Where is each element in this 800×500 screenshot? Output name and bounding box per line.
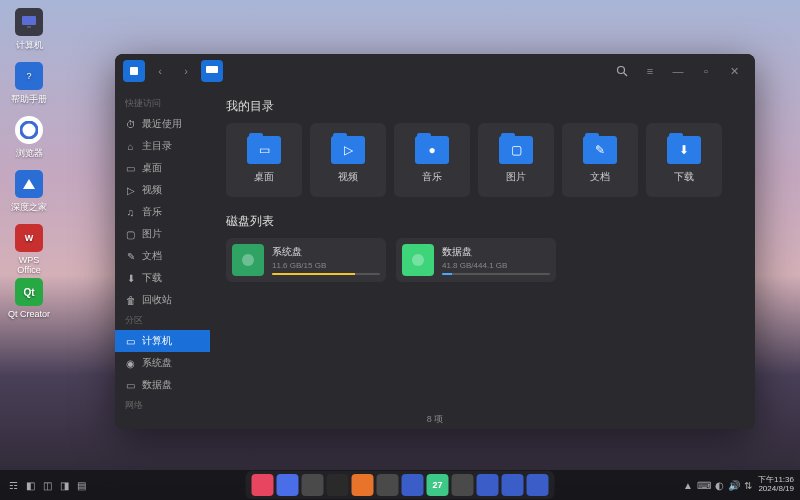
sidebar-item-label: 音乐: [142, 205, 162, 219]
sidebar-item[interactable]: ◉系统盘: [115, 352, 210, 374]
desktop-icon-qt[interactable]: QtQt Creator: [8, 278, 50, 319]
desktop-icon-help[interactable]: ?帮助手册: [8, 62, 50, 106]
tray-icon[interactable]: 🔊: [728, 480, 740, 491]
dock-item[interactable]: [252, 474, 274, 496]
folder-label: 音乐: [422, 170, 442, 184]
desktop-icon-label: Qt Creator: [8, 309, 50, 319]
disk-icon: [232, 244, 264, 276]
sidebar-item-icon: ▭: [125, 163, 136, 174]
app-icon[interactable]: [123, 60, 145, 82]
folder-item[interactable]: ⬇下载: [646, 123, 722, 197]
tray-item[interactable]: ◨: [57, 478, 71, 492]
forward-button[interactable]: ›: [175, 60, 197, 82]
desktop-icon-label: 深度之家: [11, 202, 47, 212]
disk-item[interactable]: 数据盘41.8 GB/444.1 GB: [396, 238, 556, 282]
sidebar-group-header: 快捷访问: [115, 94, 210, 113]
folder-icon: ▢: [499, 136, 533, 164]
desktop-icon-label: 帮助手册: [11, 94, 47, 104]
disk-size: 11.6 GB/15 GB: [272, 261, 380, 270]
sidebar-item[interactable]: ▭数据盘: [115, 374, 210, 396]
folder-item[interactable]: ▢图片: [478, 123, 554, 197]
tray-item[interactable]: ◧: [23, 478, 37, 492]
dock-item[interactable]: [527, 474, 549, 496]
sidebar-item-icon: ♫: [125, 207, 136, 218]
tray-icon[interactable]: ⌨: [697, 480, 711, 491]
tray-item[interactable]: ▤: [74, 478, 88, 492]
sidebar-item-icon: ⬇: [125, 273, 136, 284]
folder-icon: ✎: [583, 136, 617, 164]
tray-item[interactable]: ◫: [40, 478, 54, 492]
svg-rect-0: [22, 16, 36, 25]
sidebar-item-label: 最近使用: [142, 117, 182, 131]
folder-item[interactable]: ▭桌面: [226, 123, 302, 197]
sidebar-item[interactable]: ⌂主目录: [115, 135, 210, 157]
back-button[interactable]: ‹: [149, 60, 171, 82]
desktop-icon-deepin[interactable]: 深度之家: [8, 170, 50, 214]
dock-item[interactable]: [502, 474, 524, 496]
disk-item[interactable]: 系统盘11.6 GB/15 GB: [226, 238, 386, 282]
minimize-button[interactable]: —: [665, 60, 691, 82]
svg-point-2: [21, 122, 37, 138]
dock-item[interactable]: [377, 474, 399, 496]
sidebar-item[interactable]: ▷视频: [115, 179, 210, 201]
menu-icon[interactable]: ≡: [637, 60, 663, 82]
dock-item[interactable]: 27: [427, 474, 449, 496]
my-dirs-title: 我的目录: [226, 98, 739, 115]
sidebar-item-icon: ▭: [125, 336, 136, 347]
sidebar-item-icon: ⏱: [125, 119, 136, 130]
clock[interactable]: 下午11:36 2024/8/19: [758, 476, 794, 494]
desktop-icon-label: WPS Office: [17, 255, 40, 275]
search-icon[interactable]: [609, 60, 635, 82]
desktop-icon-browser[interactable]: 浏览器: [8, 116, 50, 160]
folder-item[interactable]: ▷视频: [310, 123, 386, 197]
sidebar-item[interactable]: ⬇下载: [115, 267, 210, 289]
svg-line-6: [624, 73, 627, 76]
dock-item[interactable]: [327, 474, 349, 496]
svg-rect-4: [206, 66, 218, 73]
sidebar-item[interactable]: ▭计算机: [115, 330, 210, 352]
taskbar: ☶◧◫◨▤ 27 ▲⌨◐🔊⇅ 下午11:36 2024/8/19: [0, 470, 800, 500]
sidebar-item-label: 文档: [142, 249, 162, 263]
sidebar-item[interactable]: ♫音乐: [115, 201, 210, 223]
content-area: 我的目录 ▭桌面▷视频●音乐▢图片✎文档⬇下载 磁盘列表 系统盘11.6 GB/…: [210, 88, 755, 409]
sidebar-group-header: 网络: [115, 396, 210, 409]
tray-icon[interactable]: ◐: [715, 480, 724, 491]
sidebar-item[interactable]: ▭桌面: [115, 157, 210, 179]
maximize-button[interactable]: ▫: [693, 60, 719, 82]
close-button[interactable]: ✕: [721, 60, 747, 82]
dock-item[interactable]: [352, 474, 374, 496]
view-mode-button[interactable]: [201, 60, 223, 82]
sidebar-item-icon: ✎: [125, 251, 136, 262]
status-bar: 8 项: [115, 409, 755, 429]
folder-grid: ▭桌面▷视频●音乐▢图片✎文档⬇下载: [226, 123, 739, 197]
file-manager-window: ‹ › ≡ — ▫ ✕ 快捷访问⏱最近使用⌂主目录▭桌面▷视频♫音乐▢图片✎文档…: [115, 54, 755, 429]
folder-label: 图片: [506, 170, 526, 184]
folder-item[interactable]: ●音乐: [394, 123, 470, 197]
sidebar-item-label: 回收站: [142, 293, 172, 307]
sidebar-item[interactable]: ✎文档: [115, 245, 210, 267]
sidebar-item-icon: 🗑: [125, 295, 136, 306]
sidebar-item[interactable]: ⏱最近使用: [115, 113, 210, 135]
dock-item[interactable]: [277, 474, 299, 496]
dock-item[interactable]: [302, 474, 324, 496]
desktop-icon-label: 计算机: [16, 40, 43, 50]
sidebar-item-icon: ▢: [125, 229, 136, 240]
dock-item[interactable]: [477, 474, 499, 496]
sidebar: 快捷访问⏱最近使用⌂主目录▭桌面▷视频♫音乐▢图片✎文档⬇下载🗑回收站分区▭计算…: [115, 88, 210, 409]
sidebar-item[interactable]: 🗑回收站: [115, 289, 210, 311]
folder-label: 下载: [674, 170, 694, 184]
folder-label: 视频: [338, 170, 358, 184]
tray-icon[interactable]: ⇅: [744, 480, 752, 491]
desktop-icon-wps[interactable]: WWPS Office: [8, 224, 50, 275]
sidebar-item[interactable]: ▢图片: [115, 223, 210, 245]
dock-item[interactable]: [452, 474, 474, 496]
dock-item[interactable]: [402, 474, 424, 496]
desktop-icon-computer[interactable]: 计算机: [8, 8, 50, 52]
dock: 27: [246, 471, 555, 499]
tray-icon[interactable]: ▲: [683, 480, 693, 491]
folder-icon: ▭: [247, 136, 281, 164]
sidebar-item-label: 系统盘: [142, 356, 172, 370]
disk-size: 41.8 GB/444.1 GB: [442, 261, 550, 270]
folder-item[interactable]: ✎文档: [562, 123, 638, 197]
tray-item[interactable]: ☶: [6, 478, 20, 492]
